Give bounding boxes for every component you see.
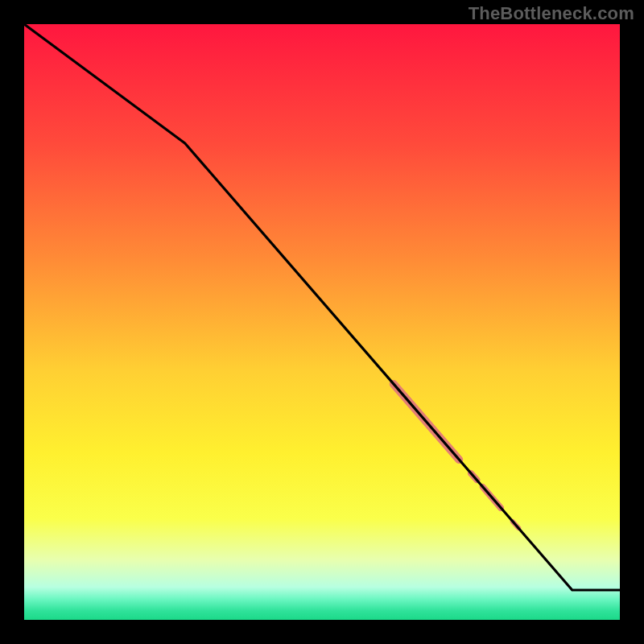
bottleneck-chart bbox=[0, 0, 644, 644]
chart-stage: TheBottleneck.com bbox=[0, 0, 644, 644]
attribution-label: TheBottleneck.com bbox=[469, 3, 634, 24]
plot-background bbox=[24, 24, 620, 620]
